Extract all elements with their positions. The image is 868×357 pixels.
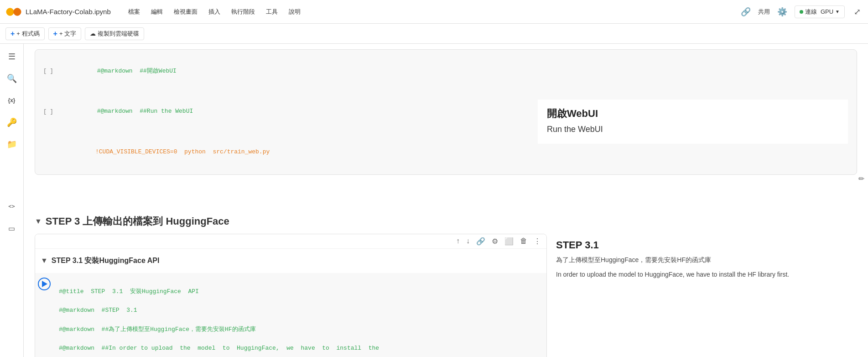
menu-tools[interactable]: 工具 (261, 6, 282, 18)
sidebar-terminal-icon[interactable]: ▭ (3, 219, 21, 237)
plus-icon: + (10, 30, 15, 38)
step31-output-title: STEP 3.1 (556, 239, 848, 251)
top-bar-right: 🔗 共用 ⚙️ 連線 GPU ▼ ⤢ (741, 5, 863, 18)
up-arrow-icon[interactable]: ↑ (454, 236, 462, 246)
settings-icon[interactable]: ⚙️ (777, 7, 787, 17)
cloud-icon: ☁ (90, 30, 96, 37)
step31-row: ↑ ↓ 🔗 ⚙ ⬜ 🗑 ⋮ ▼ STEP 3.1 安裝HuggingFace A… (35, 234, 857, 357)
menu-insert[interactable]: 插入 (204, 6, 225, 18)
delete-cell-icon[interactable]: 🗑 (518, 236, 529, 246)
sidebar-menu-icon[interactable]: ☰ (3, 47, 21, 66)
sidebar-variable-icon[interactable]: {x} (3, 91, 21, 110)
edit-icon-32[interactable]: ✏ (858, 174, 864, 183)
plus-icon-text: + (53, 30, 57, 38)
colab-logo (5, 4, 22, 20)
prev-output-panel: 開啟WebUI Run the WebUI (538, 100, 848, 144)
more-options-icon[interactable]: ⋮ (532, 236, 543, 247)
step31-output: STEP 3.1 為了上傳模型至HuggingFace，需要先安裝HF的函式庫 … (547, 234, 857, 357)
notebook-title: LLaMA-Factory-Colab.ipynb (26, 8, 111, 16)
cloud-label: 複製到雲端硬碟 (98, 30, 139, 38)
prev-output-subtitle: Run the WebUI (547, 122, 839, 136)
add-text-label: + 文字 (59, 30, 76, 38)
code-comment-2: #@markdown ##Run the WebUI (97, 108, 193, 115)
bracket-empty-2: [ ] (41, 107, 56, 117)
link-cell-icon[interactable]: 🔗 (474, 236, 487, 247)
dropdown-arrow[interactable]: ▼ (835, 9, 840, 14)
connected-indicator (800, 10, 803, 14)
step31-cell: ↑ ↓ 🔗 ⚙ ⬜ 🗑 ⋮ ▼ STEP 3.1 安裝HuggingFace A… (35, 234, 547, 357)
step31-collapse-arrow[interactable]: ▼ (41, 257, 48, 265)
menu-runtime[interactable]: 執行階段 (227, 6, 260, 18)
sidebar-folder-icon[interactable]: 📁 (3, 135, 21, 153)
sidebar-search-icon[interactable]: 🔍 (3, 69, 21, 88)
down-arrow-icon[interactable]: ↓ (464, 236, 472, 246)
sidebar-key-icon[interactable]: 🔑 (3, 113, 21, 131)
link-icon[interactable]: 🔗 (741, 7, 751, 17)
toolbar: + + 程式碼 + + 文字 ☁ 複製到雲端硬碟 (0, 24, 868, 44)
svg-point-0 (6, 8, 14, 16)
section3-collapse-arrow[interactable]: ▼ (35, 217, 42, 226)
share-button[interactable]: 共用 (758, 8, 770, 16)
menu-view[interactable]: 檢視畫面 (169, 6, 202, 18)
notebook-content[interactable]: [ ] #@markdown ##開啟WebUI [ ] #@markdown … (24, 44, 868, 357)
bracket-empty: [ ] (41, 66, 56, 76)
menu-edit[interactable]: 編輯 (146, 6, 167, 18)
top-bar: LLaMA-Factory-Colab.ipynb 檔案 編輯 檢視畫面 插入 … (0, 0, 868, 24)
svg-point-1 (13, 8, 21, 16)
gpu-label: GPU (821, 8, 833, 15)
step31-title: STEP 3.1 安裝HuggingFace API (52, 256, 160, 266)
add-text-button[interactable]: + + 文字 (48, 27, 82, 40)
menu-bar: 檔案 編輯 檢視畫面 插入 執行階段 工具 說明 (124, 6, 305, 18)
expand-icon[interactable]: ⤢ (852, 7, 863, 17)
code-cmd-1: !CUDA_VISIBLE_DEVICES=0 python src/train… (95, 148, 270, 155)
add-code-label: + 程式碼 (16, 30, 39, 38)
run-button-31[interactable] (35, 273, 53, 357)
step31-output-line1: 為了上傳模型至HuggingFace，需要先安裝HF的函式庫 (556, 255, 848, 266)
section3-heading[interactable]: ▼ STEP 3 上傳輸出的檔案到 HuggingFace (35, 215, 857, 228)
run-circle-31[interactable] (38, 278, 51, 290)
code-comment-1: #@markdown ##開啟WebUI (97, 68, 177, 74)
logo-area: LLaMA-Factory-Colab.ipynb (5, 4, 111, 20)
main-layout: ☰ 🔍 {x} 🔑 📁 <> ▭ [ ] #@markdown ##開啟WebU… (0, 44, 868, 357)
cloud-copy-button[interactable]: ☁ 複製到雲端硬碟 (85, 27, 144, 40)
connection-label: 連線 (805, 8, 817, 16)
prev-output-title: 開啟WebUI (547, 107, 839, 121)
run-triangle-31 (42, 281, 47, 287)
step31-code-line4: #@markdown ##In order to upload the mode… (59, 344, 541, 353)
expand-cell-icon[interactable]: ⬜ (503, 236, 515, 247)
sidebar-icons: ☰ 🔍 {x} 🔑 📁 <> ▭ (0, 44, 24, 357)
step31-code-line3: #@markdown ##為了上傳模型至HuggingFace，需要先安裝HF的… (59, 325, 541, 335)
step31-action-bar: ↑ ↓ 🔗 ⚙ ⬜ 🗑 ⋮ (35, 234, 546, 249)
step31-code-line2: #@markdown #STEP 3.1 (59, 306, 541, 315)
step31-code-line1: #@title STEP 3.1 安裝HuggingFace API (59, 287, 541, 297)
settings-cell-icon[interactable]: ⚙ (490, 236, 500, 247)
menu-file[interactable]: 檔案 (124, 6, 145, 18)
add-code-button[interactable]: + + 程式碼 (5, 27, 45, 40)
prev-code-block-1: #@markdown ##開啟WebUI (56, 52, 851, 90)
section3-title: STEP 3 上傳輸出的檔案到 HuggingFace (46, 215, 229, 228)
sidebar-code-icon[interactable]: <> (3, 197, 21, 215)
bracket-empty-3 (41, 150, 54, 154)
step31-output-line2: In order to upload the model to HuggingF… (556, 269, 848, 280)
prev-cell-row-1: [ ] #@markdown ##開啟WebUI (35, 50, 857, 93)
step31-code-content[interactable]: #@title STEP 3.1 安裝HuggingFace API #@mar… (53, 273, 546, 357)
menu-help[interactable]: 說明 (284, 6, 305, 18)
step31-code-cell: #@title STEP 3.1 安裝HuggingFace API #@mar… (35, 273, 546, 357)
step31-subheading[interactable]: ▼ STEP 3.1 安裝HuggingFace API (35, 252, 546, 269)
runtime-selector[interactable]: 連線 GPU ▼ (795, 5, 845, 18)
